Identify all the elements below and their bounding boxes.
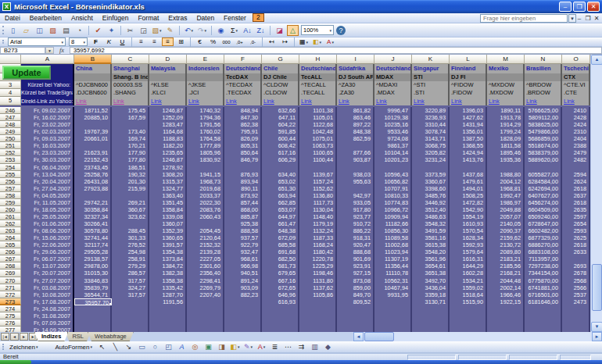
cell[interactable]: 1387,50 — [450, 135, 487, 142]
cell[interactable]: 2004,12 — [487, 178, 525, 185]
cell[interactable]: 1352,39 — [149, 227, 187, 234]
cell[interactable]: 1988,80 — [487, 171, 525, 178]
cell[interactable]: 3078,74 — [412, 128, 450, 135]
cell[interactable]: 1225,29 — [299, 262, 337, 269]
cell[interactable]: 279,29 — [112, 262, 149, 269]
cell[interactable]: 2083,76 — [187, 206, 224, 213]
cell[interactable] — [224, 298, 262, 305]
menu-fenster[interactable]: Fenster — [219, 13, 251, 23]
cell[interactable]: 11307,19 — [374, 255, 412, 262]
question-input[interactable]: Frage hier eingeben — [480, 14, 568, 23]
cell[interactable]: 2594 — [562, 171, 590, 178]
cell[interactable]: 1283,47 — [149, 121, 187, 128]
column-header-J[interactable]: J — [374, 55, 412, 64]
font-color-icon[interactable]: A▾ — [256, 341, 267, 352]
cell[interactable] — [562, 164, 590, 171]
cell[interactable]: 1602,28 — [450, 269, 487, 277]
cell[interactable]: 682,50 — [262, 255, 299, 262]
cell[interactable] — [450, 305, 487, 312]
cell[interactable]: 288,45 — [112, 227, 149, 234]
cell[interactable]: 301,33 — [112, 234, 149, 241]
cell[interactable]: 6877329,00 — [525, 234, 562, 241]
cell[interactable]: 966,98 — [224, 262, 262, 269]
cell[interactable]: 3581,16 — [412, 234, 450, 241]
cell[interactable] — [149, 319, 187, 327]
cell[interactable]: 10596,43 — [374, 171, 412, 178]
cell[interactable]: 3654,61 — [412, 262, 450, 269]
cell[interactable]: 10856,30 — [374, 227, 412, 234]
cell[interactable]: 10909,94 — [374, 213, 412, 220]
thousands-separator-icon[interactable]: 000 — [220, 37, 232, 46]
cell[interactable]: 11356,44 — [374, 262, 412, 269]
cell[interactable]: 1914,29 — [487, 121, 525, 128]
cell[interactable]: 6883108,00 — [525, 248, 562, 255]
cell[interactable]: 1427,62 — [450, 114, 487, 121]
date-cell[interactable]: Fr, 30.03.2007 — [21, 156, 74, 163]
cell[interactable] — [487, 305, 525, 312]
cell[interactable]: 2140,05 — [487, 220, 525, 227]
cell[interactable]: 317,57 — [112, 277, 149, 284]
cell[interactable]: 651,30 — [262, 185, 299, 192]
cell[interactable]: 2482 — [562, 156, 590, 163]
update-button[interactable]: Update — [2, 66, 51, 80]
date-cell[interactable]: Fr, 23.03.2007 — [21, 149, 74, 156]
menu-datei[interactable]: Datei — [0, 13, 25, 23]
cell[interactable]: 850,64 — [224, 149, 262, 156]
cell[interactable] — [149, 312, 187, 319]
cell[interactable]: 33846,83 — [74, 277, 112, 284]
cell[interactable] — [299, 312, 337, 319]
cell[interactable]: 29138,57 — [74, 255, 112, 262]
cell[interactable]: 672,09 — [262, 234, 299, 241]
cell[interactable]: 6181646,00 — [525, 298, 562, 305]
cell[interactable]: 11023,94 — [374, 248, 412, 255]
row-header-256[interactable]: 256 — [0, 178, 21, 185]
wordart-icon[interactable]: A — [176, 341, 188, 352]
cell[interactable]: 1351,45 — [149, 199, 187, 206]
cell[interactable]: 22152,43 — [74, 156, 112, 163]
cell[interactable]: 1105,86 — [299, 291, 337, 298]
cell[interactable]: 1518,64 — [450, 291, 487, 298]
sheet-tab-rsl[interactable]: RSL — [65, 332, 91, 341]
date-cell[interactable]: Fr, 13.04.2007 — [21, 171, 74, 178]
arrow-icon[interactable]: ↘ — [123, 341, 134, 352]
cell[interactable]: 20885,10 — [74, 114, 112, 121]
cell[interactable]: 893,94 — [224, 178, 262, 185]
cell[interactable]: 681,73 — [262, 262, 299, 269]
cell[interactable]: 846,79 — [224, 156, 262, 163]
column-header-E[interactable]: E — [187, 55, 224, 64]
cell[interactable]: 2054,45 — [187, 227, 224, 234]
cell[interactable]: 186,51 — [112, 164, 149, 171]
cell[interactable] — [187, 312, 224, 319]
row-header-262[interactable]: 262 — [0, 220, 21, 227]
cell[interactable] — [112, 121, 149, 128]
start-button-fragment[interactable] — [0, 360, 31, 364]
grid-corner-box[interactable] — [0, 55, 21, 64]
date-cell[interactable]: Fr, 27.07.2007 — [21, 277, 74, 284]
cell[interactable]: 903,09 — [224, 284, 262, 291]
cell[interactable]: 891,24 — [224, 277, 262, 284]
cell[interactable]: 2044,48 — [487, 277, 525, 284]
yahoo-link-F[interactable]: Link — [224, 97, 262, 105]
yahoo-link-H[interactable]: Link — [299, 97, 337, 105]
cell[interactable]: 3485,76 — [412, 192, 450, 199]
cell[interactable]: 3310,44 — [412, 121, 450, 128]
cell[interactable] — [525, 164, 562, 171]
cell[interactable] — [374, 319, 412, 327]
cell[interactable]: 608,42 — [262, 142, 299, 149]
cell[interactable]: 691,68 — [262, 248, 299, 255]
cell[interactable]: 1164,68 — [149, 128, 187, 135]
cell[interactable]: 3220,89 — [412, 107, 450, 114]
cell[interactable]: 286,57 — [112, 269, 149, 277]
cell[interactable]: 30358,84 — [74, 206, 112, 213]
cell[interactable]: 1805,96 — [187, 149, 224, 156]
cell[interactable]: 11110,78 — [374, 269, 412, 277]
workbook-minimize-button[interactable]: – — [575, 15, 583, 23]
drawing-icon[interactable]: △ — [287, 25, 299, 36]
dash-style-icon[interactable]: ⋯ — [282, 341, 294, 352]
cell[interactable]: 848,38 — [337, 128, 374, 135]
yahoo-link-I[interactable]: Link — [337, 97, 374, 105]
row-header-263[interactable]: 263 — [0, 227, 21, 234]
font-name-combobox[interactable]: Arial▾ — [8, 37, 66, 46]
cell[interactable]: 662,85 — [262, 199, 299, 206]
cell[interactable]: 5838625,00 — [525, 121, 562, 128]
